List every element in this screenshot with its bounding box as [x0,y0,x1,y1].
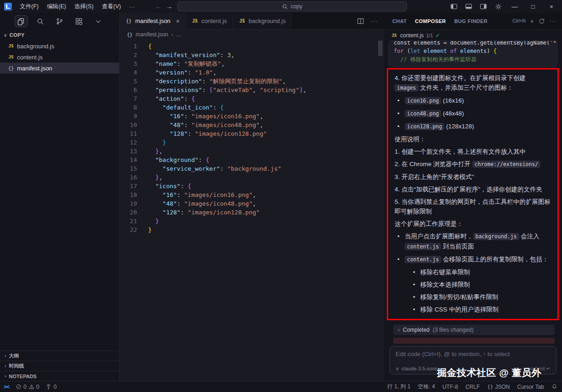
section-时间线[interactable]: ›时间线 [0,361,119,371]
line-number: 2 [120,51,148,59]
editor-actions: ··· [357,13,384,29]
title-bar: 文件(F)编辑(E)选择(S)查看(V) ··· ← → copy — [0,0,562,13]
status-UTF-8[interactable]: UTF-8 [442,384,458,390]
chat-bullet: •移除复制/剪切/粘贴事件限制 [395,292,551,302]
editor-scrollbar[interactable] [378,40,383,56]
explorer-header[interactable]: ∨ COPY [0,29,119,40]
new-chat-button[interactable]: + [530,17,534,25]
search-box[interactable]: copy [177,1,407,12]
warning-icon [29,384,34,390]
explorer-view-button[interactable] [15,15,28,27]
status-CRLF[interactable]: CRLF [465,384,480,390]
code-line: 22} [120,225,384,234]
chat-bullet: •移除右键菜单限制 [395,267,551,277]
ports-indicator[interactable]: 0 [46,384,57,390]
chat-bullet: •icon16.png (16x16) [395,96,551,106]
file-content.js[interactable]: JScontent.js [0,52,119,63]
code-editor[interactable]: 1{2 "manifest_version": 3,3 "name": "复制解… [120,40,384,381]
code-line: 7 "action": { [120,94,384,103]
code-line: 18 "16": "images/icon16.png", [120,190,384,199]
status-bar: >< 0 0 0 行 1, 列 1空格: 4UTF-8CRLF{}JSONCur… [0,381,562,392]
command-center: ← → copy [155,1,407,12]
main-area: ∨ COPY JSbackground.jsJScontent.js{}mani… [0,13,562,381]
line-number: 7 [120,94,148,103]
input-placeholder: Edit code (Ctrl+I), @ to mention, ↑ to s… [390,346,556,357]
bullet-icon: • [413,305,420,314]
source-control-view-button[interactable] [53,15,66,27]
chat-bullet: •icon48.png (48x48) [395,109,551,119]
history-icon[interactable] [539,18,545,24]
model-selector[interactable]: ∨ claude-3.5-sonn… [396,366,443,372]
close-button[interactable]: × [543,0,560,13]
maximize-button[interactable]: □ [524,0,542,13]
panel-left-icon[interactable] [447,0,461,13]
panel-bottom-icon[interactable] [462,0,476,13]
status-行 1, 列 1[interactable]: 行 1, 列 1 [387,383,411,391]
explorer-title: COPY [10,32,25,38]
minimize-button[interactable]: — [506,0,523,13]
code-line: 20 "128": "images/icon128.png" [120,208,384,217]
tab-content.js[interactable]: JScontent.js [186,13,233,29]
menu-item[interactable]: 查看(V) [97,0,125,13]
more-views-button[interactable] [92,15,105,27]
line-number: 9 [120,112,148,121]
extensions-view-button[interactable] [73,15,86,27]
bell-icon[interactable] [551,384,557,390]
status-Cursor Tab[interactable]: Cursor Tab [517,384,544,390]
completed-bar[interactable]: › Completed (3 files changed) [393,325,555,335]
code-line: 15 "service_worker": "background.js" [120,164,384,173]
line-number: 11 [120,129,148,138]
file-chip[interactable]: JS content.js 1/1 ✓ [390,31,559,40]
tab-background.js[interactable]: JSbackground.js [233,13,292,29]
menu-item[interactable]: 编辑(E) [43,0,70,13]
search-view-button[interactable] [34,15,47,27]
tab-manifest.json[interactable]: {}manifest.json× [120,13,186,29]
bullet-icon: • [413,267,420,277]
status-空格: 4[interactable]: 空格: 4 [418,383,435,391]
line-number: 19 [120,199,148,208]
menu-more-button[interactable]: ··· [125,3,138,10]
menu-item[interactable]: 选择(S) [70,0,98,13]
status-right: 行 1, 列 1空格: 4UTF-8CRLF{}JSONCursor Tab [387,383,562,391]
editor-more-icon[interactable]: ··· [371,18,378,24]
js-file-icon: JS [191,18,199,23]
file-manifest.json[interactable]: {}manifest.json [0,63,119,74]
settings-gear-icon[interactable] [491,0,505,13]
json-file-icon: {} [7,66,15,71]
chat-bullet: •content.js 会移除页面上的所有复制限制，包括： [395,254,551,265]
composer-tab-chat[interactable]: CHAT [392,18,407,24]
code-line: 21 } [120,217,384,225]
line-number: 16 [120,173,148,182]
composer-tab-bug-finder[interactable]: BUG FINDER [454,18,487,24]
code-lines: 1{2 "manifest_version": 3,3 "name": "复制解… [120,42,384,234]
nav-forward-button[interactable]: → [166,3,172,10]
remote-icon[interactable]: >< [4,384,9,390]
search-icon [36,17,44,25]
chat-paragraph: 3. 开启右上角的“开发者模式” [395,172,551,182]
section-大纲[interactable]: ›大纲 [0,351,119,361]
composer-tab-composer[interactable]: COMPOSER [415,18,446,24]
section-chevron-icon: › [5,363,6,369]
git-branch-icon [56,17,63,25]
panel-right-icon[interactable] [476,0,490,13]
code-line: 5 "description": "解除网页禁止复制的限制", [120,77,384,86]
nav-back-button[interactable]: ← [155,3,161,10]
breadcrumb-separator: › [172,32,173,37]
menu-item[interactable]: 文件(F) [16,0,43,13]
section-NOTEPADS[interactable]: ›NOTEPADS [0,371,119,381]
problems-indicator[interactable]: 0 0 [16,384,39,390]
composer-more-icon[interactable]: ··· [550,18,556,24]
editor-tabbar: {}manifest.json×JScontent.jsJSbackground… [120,13,384,29]
code-line: 13 }, [120,147,384,156]
status-JSON[interactable]: {}JSON [487,384,510,390]
app-window: 文件(F)编辑(E)选择(S)查看(V) ··· ← → copy — [0,0,562,392]
line-number: 10 [120,121,148,129]
file-background.js[interactable]: JSbackground.js [0,40,119,52]
split-editor-icon[interactable] [357,17,364,25]
chat-paragraph: 5. 当你遇到禁止复制的网页时，点击工具栏中的扩展图标即可解除限制 [395,197,551,216]
js-file-icon: JS [7,44,15,48]
chip-count: 1/1 [426,33,433,38]
bullet-icon: • [397,254,405,265]
close-tab-button[interactable]: × [176,17,180,25]
breadcrumb[interactable]: {} manifest.json › … [120,29,384,40]
